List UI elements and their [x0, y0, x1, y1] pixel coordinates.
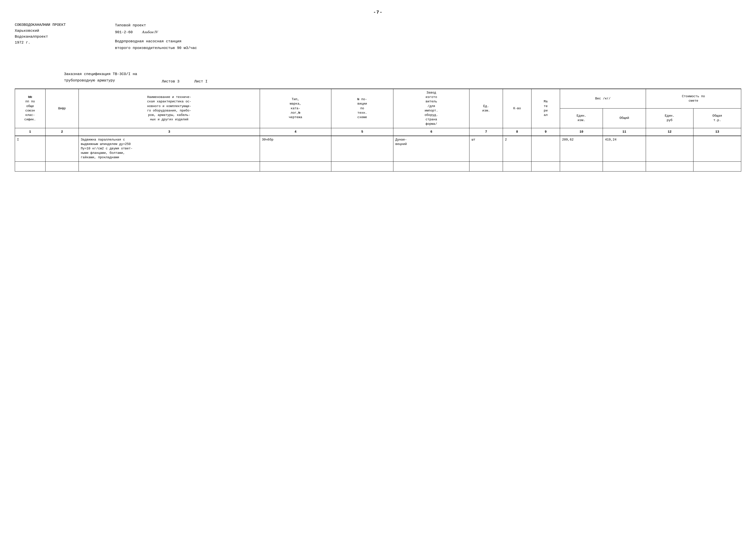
- cell-unit: шт: [470, 136, 503, 161]
- project-label: Типовой проект: [115, 22, 146, 29]
- rn-13: 13: [694, 128, 741, 136]
- rn-10: 10: [560, 128, 603, 136]
- rn-5: 5: [331, 128, 393, 136]
- project-number-line: 901-2-60 Альбом IV: [115, 29, 197, 36]
- project-number: 901-2-60: [115, 29, 133, 36]
- table-row: I Задвижна параллельная с выдвижным шпин…: [15, 136, 741, 161]
- empty-10: [560, 161, 603, 171]
- sheet-label: Лист I: [194, 80, 208, 84]
- th-col10: Вес /кг/: [560, 89, 646, 109]
- spec-title: Заказная спецификация ТВ-3СО/I на трубоп…: [64, 71, 137, 84]
- spec-title-line2: трубопроводную арматуру: [64, 78, 137, 84]
- empty-3: [79, 161, 260, 171]
- rn-6: 6: [393, 128, 470, 136]
- table-row-empty: [15, 161, 741, 171]
- empty-5: [331, 161, 393, 171]
- specification-header: Заказная спецификация ТВ-3СО/I на трубоп…: [15, 71, 741, 84]
- rn-1: 1: [15, 128, 45, 136]
- th-col9: Материал: [531, 89, 560, 128]
- rn-7: 7: [470, 128, 503, 136]
- rn-2: 2: [45, 128, 79, 136]
- cell-mat: [531, 136, 560, 161]
- th-weight-total: Общий: [603, 109, 646, 128]
- description-line2: второго производительностью 90 м3/час: [115, 45, 197, 51]
- org-line3: Водоканалпроект: [15, 34, 66, 40]
- empty-1: [15, 161, 45, 171]
- project-line: Типовой проект: [115, 22, 197, 29]
- th-col1: №№пп пообщесоюзнклас-сифик.: [15, 89, 45, 128]
- cell-name: Задвижна параллельная с выдвижным шпинде…: [79, 136, 260, 161]
- empty-7: [470, 161, 503, 171]
- th-col3: Наименование и техниче-ская характеристи…: [79, 89, 260, 128]
- rn-9: 9: [531, 128, 560, 136]
- column-numbers-row: 1 2 3 4 5 6 7 8 9 10 11 12 13: [15, 128, 741, 136]
- header-left: СОЮЗВОДОКАНАЛНИИ ПРОЕКТ Харьковский Водо…: [15, 22, 66, 46]
- org-line1: СОЮЗВОДОКАНАЛНИИ ПРОЕКТ: [15, 22, 66, 28]
- th-col2: Шифр: [45, 89, 79, 128]
- empty-8: [503, 161, 531, 171]
- cell-plant: Дунае-вецний: [393, 136, 470, 161]
- th-weight-unit: Един.изм.: [560, 109, 603, 128]
- header-row: №№пп пообщесоюзнклас-сифик. Шифр Наимено…: [15, 89, 741, 109]
- empty-9: [531, 161, 560, 171]
- page-number: -7-: [15, 10, 741, 15]
- th-col4: Тип,марка,ката-лог,№чертежа: [260, 89, 331, 128]
- empty-4: [260, 161, 331, 171]
- spec-title-line1: Заказная спецификация ТВ-3СО/I на: [64, 71, 137, 78]
- rn-12: 12: [646, 128, 694, 136]
- empty-2: [45, 161, 79, 171]
- cell-pos: [331, 136, 393, 161]
- th-col7: Ед.изм.: [470, 89, 503, 128]
- cell-num: I: [15, 136, 45, 161]
- cell-qty: 2: [503, 136, 531, 161]
- cell-type: 30ч6бр: [260, 136, 331, 161]
- org-line4: 1972 г.: [15, 40, 66, 46]
- th-col5: № по-вициипотехн.схеме: [331, 89, 393, 128]
- cell-cost-total: [694, 136, 741, 161]
- spec-pages: Листов 3 Лист I: [162, 80, 208, 84]
- th-cost-total: Общаят.р.: [694, 109, 741, 128]
- cell-weight-total: 419,24: [603, 136, 646, 161]
- sheets-label: Листов 3: [162, 80, 179, 84]
- empty-6: [393, 161, 470, 171]
- empty-11: [603, 161, 646, 171]
- main-table: №№пп пообщесоюзнклас-сифик. Шифр Наимено…: [15, 89, 741, 171]
- org-line2: Харьковский: [15, 28, 66, 34]
- cell-weight-unit: 209,62: [560, 136, 603, 161]
- rn-4: 4: [260, 128, 331, 136]
- header-center: Типовой проект 901-2-60 Альбом IV Водрпр…: [115, 22, 197, 51]
- rn-8: 8: [503, 128, 531, 136]
- description-line1: Водрпроводная насосная станция: [115, 38, 197, 45]
- th-cost-unit: Един.руб: [646, 109, 694, 128]
- album-label: Альбом IV: [142, 29, 158, 35]
- rn-3: 3: [79, 128, 260, 136]
- empty-13: [694, 161, 741, 171]
- empty-12: [646, 161, 694, 171]
- rn-11: 11: [603, 128, 646, 136]
- cell-cost-unit: [646, 136, 694, 161]
- th-col11: Стоимость посмете: [646, 89, 741, 109]
- th-col6: Заводизготовитель/дляимпорт.оборуд.стран…: [393, 89, 470, 128]
- cell-cipher: [45, 136, 79, 161]
- header: СОЮЗВОДОКАНАЛНИИ ПРОЕКТ Харьковский Водо…: [15, 22, 741, 51]
- th-col8: К-во: [503, 89, 531, 128]
